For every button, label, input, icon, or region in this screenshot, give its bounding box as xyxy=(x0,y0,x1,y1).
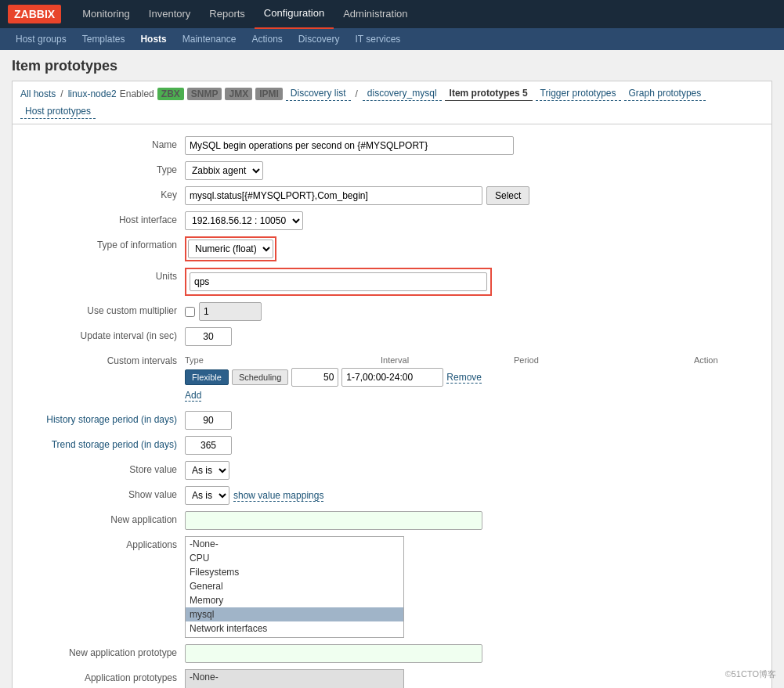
tab-trigger-prototypes[interactable]: Trigger prototypes xyxy=(536,86,621,101)
host-interface-select[interactable]: 192.168.56.12 : 10050 xyxy=(185,211,303,230)
type-row: Type Zabbix agent xyxy=(28,161,756,180)
sub-navigation: Host groups Templates Hosts Maintenance … xyxy=(0,28,784,50)
app-item-network[interactable]: Network interfaces xyxy=(186,621,403,636)
ci-add-link[interactable]: Add xyxy=(185,390,201,402)
type-of-info-label: Type of information xyxy=(28,236,185,250)
subnav-actions[interactable]: Actions xyxy=(244,28,290,50)
custom-intervals-table: Type Interval Period Action Flexible Sch… xyxy=(185,355,757,405)
tab-graph-prototypes[interactable]: Graph prototypes xyxy=(624,86,706,101)
nav-reports[interactable]: Reports xyxy=(200,0,255,28)
ipmi-tag[interactable]: IPMI xyxy=(255,88,283,100)
breadcrumb-host[interactable]: linux-node2 xyxy=(68,88,117,99)
ci-type-header: Type xyxy=(185,355,287,365)
tab-host-prototypes[interactable]: Host prototypes xyxy=(20,104,96,119)
select-button[interactable]: Select xyxy=(486,186,529,205)
show-value-control: As is show value mappings xyxy=(185,486,756,505)
units-wrapper xyxy=(185,268,492,296)
type-of-info-row: Type of information Numeric (float) xyxy=(28,236,756,261)
breadcrumb-sep-1: / xyxy=(60,88,63,99)
app-item-mysql[interactable]: mysql xyxy=(186,607,403,621)
nav-monitoring[interactable]: Monitoring xyxy=(73,0,139,28)
new-app-prototype-input[interactable] xyxy=(185,644,482,663)
ci-header: Type Interval Period Action xyxy=(185,355,757,365)
app-prototypes-list[interactable]: -None- xyxy=(185,669,404,688)
nav-inventory[interactable]: Inventory xyxy=(139,0,200,28)
store-value-control: As is xyxy=(185,461,756,480)
ci-row-1: Flexible Scheduling Remove xyxy=(185,368,757,387)
app-item-filesystems[interactable]: Filesystems xyxy=(186,565,403,579)
show-value-label: Show value xyxy=(28,486,185,500)
subnav-templates[interactable]: Templates xyxy=(74,28,133,50)
update-interval-control xyxy=(185,327,756,346)
zbx-tag[interactable]: ZBX xyxy=(157,88,184,100)
app-prototypes-label: Application prototypes xyxy=(28,669,185,683)
trend-input[interactable] xyxy=(185,436,232,455)
units-input[interactable] xyxy=(190,272,487,291)
ci-period-header: Period xyxy=(514,355,616,365)
applications-list[interactable]: -None- CPU Filesystems General Memory my… xyxy=(185,536,404,638)
name-row: Name xyxy=(28,136,756,155)
app-prototypes-control: -None- xyxy=(185,669,756,688)
trend-label: Trend storage period (in days) xyxy=(28,436,185,450)
app-proto-item-none[interactable]: -None- xyxy=(186,670,403,684)
show-value-mappings-link[interactable]: show value mappings xyxy=(233,490,323,502)
app-item-cpu[interactable]: CPU xyxy=(186,551,403,565)
ci-scheduling-button[interactable]: Scheduling xyxy=(232,369,288,385)
tab-item-prototypes[interactable]: Item prototypes 5 xyxy=(445,86,533,101)
type-select[interactable]: Zabbix agent xyxy=(185,161,263,180)
key-input[interactable] xyxy=(185,186,482,205)
top-navigation: ZABBIX Monitoring Inventory Reports Conf… xyxy=(0,0,784,28)
ci-action-header: Action xyxy=(694,355,757,365)
history-label: History storage period (in days) xyxy=(28,411,185,425)
show-value-select[interactable]: As is xyxy=(185,486,229,505)
multiplier-checkbox[interactable] xyxy=(185,307,195,317)
new-app-prototype-control xyxy=(185,644,756,663)
new-application-label: New application xyxy=(28,511,185,525)
new-application-row: New application xyxy=(28,511,756,530)
new-app-prototype-row: New application prototype xyxy=(28,644,756,663)
snmp-tag[interactable]: SNMP xyxy=(187,88,222,100)
ci-remove-link[interactable]: Remove xyxy=(446,372,482,384)
type-of-info-select[interactable]: Numeric (float) xyxy=(188,240,273,258)
multiplier-value-input[interactable] xyxy=(199,302,262,321)
jmx-tag[interactable]: JMX xyxy=(225,88,252,100)
tab-discovery-mysql[interactable]: discovery_mysql xyxy=(363,86,442,101)
nav-configuration[interactable]: Configuration xyxy=(255,0,334,29)
host-interface-control: 192.168.56.12 : 10050 xyxy=(185,211,756,230)
ci-interval-input[interactable] xyxy=(291,368,338,387)
history-input[interactable] xyxy=(185,411,232,430)
type-label: Type xyxy=(28,161,185,175)
update-interval-input[interactable] xyxy=(185,327,232,346)
trend-control xyxy=(185,436,756,455)
ci-period-input[interactable] xyxy=(341,368,443,387)
ci-add-row: Add xyxy=(185,390,757,402)
units-row: Units xyxy=(28,268,756,296)
new-application-input[interactable] xyxy=(185,511,482,530)
app-item-none[interactable]: -None- xyxy=(186,537,403,551)
zabbix-logo: ZABBIX xyxy=(8,5,61,23)
history-control xyxy=(185,411,756,430)
name-input[interactable] xyxy=(185,136,514,155)
store-value-row: Store value As is xyxy=(28,461,756,480)
nav-administration[interactable]: Administration xyxy=(334,0,417,28)
form-area: Name Type Zabbix agent Key Select Host xyxy=(12,124,772,688)
app-item-memory[interactable]: Memory xyxy=(186,593,403,607)
subnav-host-groups[interactable]: Host groups xyxy=(8,28,74,50)
subnav-it-services[interactable]: IT services xyxy=(348,28,409,50)
ci-flexible-button[interactable]: Flexible xyxy=(185,369,229,385)
app-item-os[interactable]: OS xyxy=(186,636,403,638)
breadcrumb-area: All hosts / linux-node2 Enabled ZBX SNMP… xyxy=(12,81,772,124)
update-interval-label: Update interval (in sec) xyxy=(28,327,185,341)
subnav-discovery[interactable]: Discovery xyxy=(291,28,348,50)
history-row: History storage period (in days) xyxy=(28,411,756,430)
breadcrumb-all-hosts[interactable]: All hosts xyxy=(20,88,56,99)
new-app-prototype-label: New application prototype xyxy=(28,644,185,658)
ci-interval-header: Interval xyxy=(381,355,482,365)
store-value-select[interactable]: As is xyxy=(185,461,229,480)
units-label: Units xyxy=(28,268,185,282)
tab-discovery-list[interactable]: Discovery list xyxy=(286,86,351,101)
subnav-hosts[interactable]: Hosts xyxy=(132,28,174,50)
subnav-maintenance[interactable]: Maintenance xyxy=(175,28,244,50)
app-item-general[interactable]: General xyxy=(186,579,403,593)
applications-label: Applications xyxy=(28,536,185,550)
